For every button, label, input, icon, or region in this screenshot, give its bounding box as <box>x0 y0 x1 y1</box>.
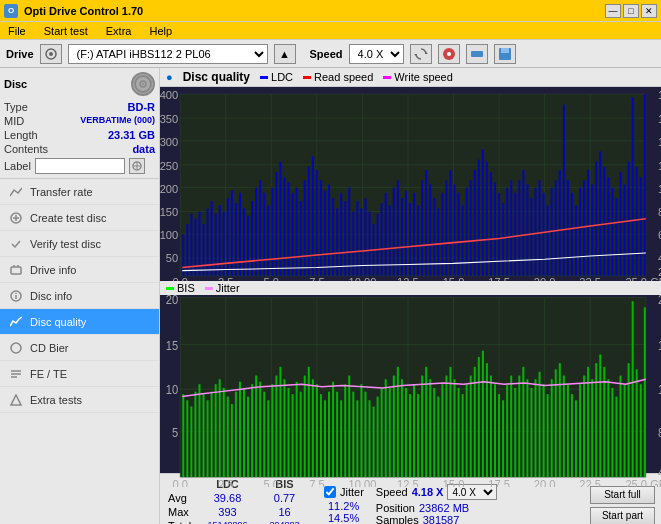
minimize-button[interactable]: — <box>605 4 621 18</box>
jitter-max: 14.5% <box>328 512 359 524</box>
erase-button[interactable] <box>466 44 488 64</box>
svg-rect-182 <box>603 167 605 276</box>
svg-rect-310 <box>506 384 508 477</box>
svg-rect-188 <box>628 162 630 276</box>
svg-rect-235 <box>203 394 205 477</box>
jitter-label: Jitter <box>216 282 240 294</box>
svg-text:5.0: 5.0 <box>264 477 280 487</box>
svg-rect-168 <box>547 205 549 276</box>
svg-rect-264 <box>320 394 322 477</box>
sidebar-item-extra-tests[interactable]: Extra tests <box>0 387 159 413</box>
svg-rect-151 <box>478 160 480 276</box>
title-bar-left: O Opti Drive Control 1.70 <box>4 4 143 18</box>
svg-rect-277 <box>373 406 375 477</box>
sidebar-item-drive-info[interactable]: Drive info <box>0 257 159 283</box>
svg-rect-145 <box>454 184 456 275</box>
ldc-dot <box>260 76 268 79</box>
svg-rect-138 <box>425 170 427 276</box>
sidebar-item-fe-te[interactable]: FE / TE <box>0 361 159 387</box>
svg-rect-343 <box>640 384 642 477</box>
svg-rect-338 <box>620 376 622 478</box>
jitter-col-header: Jitter <box>340 486 364 498</box>
svg-rect-174 <box>571 193 573 276</box>
svg-rect-115 <box>332 198 334 276</box>
svg-text:400: 400 <box>160 89 178 101</box>
fe-te-icon <box>8 366 24 382</box>
speed-selector[interactable]: 4.0 X <box>349 44 404 64</box>
cd-bier-icon <box>8 340 24 356</box>
jitter-dot <box>205 287 213 290</box>
svg-rect-153 <box>486 162 488 276</box>
svg-rect-307 <box>494 384 496 477</box>
svg-rect-189 <box>632 97 634 276</box>
svg-rect-171 <box>559 170 561 276</box>
sidebar-item-transfer-rate[interactable]: Transfer rate <box>0 179 159 205</box>
menu-help[interactable]: Help <box>145 24 176 38</box>
eject-button[interactable]: ▲ <box>274 44 296 64</box>
svg-text:10.00: 10.00 <box>348 477 376 487</box>
svg-rect-179 <box>591 184 593 275</box>
svg-rect-256 <box>288 388 290 477</box>
sidebar-item-disc-quality[interactable]: Disc quality <box>0 309 159 335</box>
svg-rect-172 <box>563 105 565 276</box>
app-title: Opti Drive Control 1.70 <box>24 5 143 17</box>
svg-rect-308 <box>498 394 500 477</box>
save-button[interactable] <box>494 44 516 64</box>
sidebar-item-cd-bier[interactable]: CD Bier <box>0 335 159 361</box>
drive-icon-btn[interactable] <box>40 44 62 64</box>
label-key: Label <box>4 160 31 172</box>
disc-label-input[interactable] <box>35 158 125 174</box>
drive-selector[interactable]: (F:) ATAPI iHBS112 2 PL06 <box>68 44 268 64</box>
svg-rect-137 <box>421 180 423 275</box>
svg-rect-175 <box>575 205 577 276</box>
svg-rect-281 <box>389 388 391 477</box>
svg-rect-276 <box>368 400 370 477</box>
sidebar-item-create-test-disc[interactable]: Create test disc <box>0 205 159 231</box>
svg-rect-282 <box>393 376 395 478</box>
start-part-button[interactable]: Start part <box>590 507 655 525</box>
svg-text:12.5: 12.5 <box>397 477 419 487</box>
svg-rect-121 <box>356 201 358 276</box>
start-full-button[interactable]: Start full <box>590 486 655 504</box>
chart-header-icon: ● <box>166 71 173 83</box>
svg-rect-109 <box>308 167 310 276</box>
menu-extra[interactable]: Extra <box>102 24 136 38</box>
title-controls: — □ ✕ <box>605 4 657 18</box>
svg-text:15: 15 <box>166 337 178 352</box>
svg-rect-274 <box>360 384 362 477</box>
svg-rect-149 <box>470 180 472 275</box>
svg-rect-299 <box>462 394 464 477</box>
close-button[interactable]: ✕ <box>641 4 657 18</box>
sidebar-item-verify-test-disc[interactable]: Verify test disc <box>0 231 159 257</box>
svg-rect-95 <box>251 201 253 276</box>
menu-file[interactable]: File <box>4 24 30 38</box>
sidebar-item-disc-info[interactable]: Disc info <box>0 283 159 309</box>
total-ldc: 15149896 <box>200 519 255 524</box>
maximize-button[interactable]: □ <box>623 4 639 18</box>
svg-rect-272 <box>352 392 354 477</box>
svg-rect-117 <box>340 193 342 276</box>
jitter-checkbox[interactable] <box>324 486 336 498</box>
label-edit-btn[interactable] <box>129 158 145 174</box>
drive-bar: Drive (F:) ATAPI iHBS112 2 PL06 ▲ Speed … <box>0 40 661 68</box>
disc-icon-btn[interactable] <box>438 44 460 64</box>
svg-text:250: 250 <box>160 160 178 172</box>
menu-start-test[interactable]: Start test <box>40 24 92 38</box>
refresh-button[interactable] <box>410 44 432 64</box>
svg-rect-312 <box>514 388 516 477</box>
position-val: 23862 MB <box>419 502 469 514</box>
svg-rect-286 <box>409 394 411 477</box>
svg-rect-190 <box>636 167 638 276</box>
svg-rect-192 <box>644 94 646 276</box>
svg-rect-91 <box>235 203 237 276</box>
svg-rect-258 <box>296 382 298 477</box>
sidebar-label-transfer-rate: Transfer rate <box>30 186 93 198</box>
svg-rect-305 <box>486 363 488 477</box>
svg-rect-340 <box>628 363 630 477</box>
svg-rect-236 <box>207 400 209 477</box>
svg-text:22.5: 22.5 <box>579 477 601 487</box>
svg-rect-152 <box>482 149 484 276</box>
svg-rect-268 <box>336 392 338 477</box>
app-icon: O <box>4 4 18 18</box>
svg-rect-263 <box>316 384 318 477</box>
